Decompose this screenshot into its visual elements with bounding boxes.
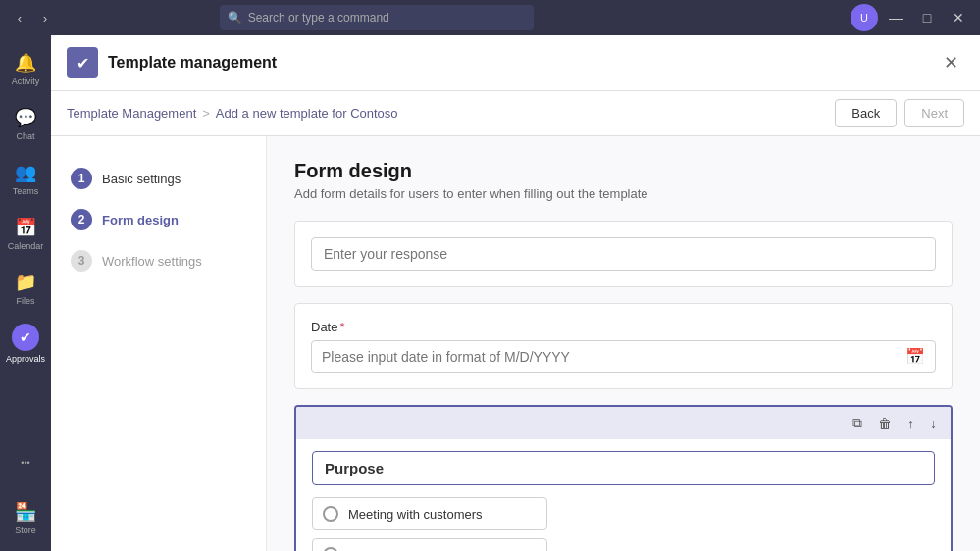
content-area: 1 Basic settings 2 Form design 3 Workflo…	[51, 136, 980, 551]
titlebar: ‹ › 🔍 U — □ ✕	[0, 0, 980, 35]
step-1-label: Basic settings	[102, 172, 181, 186]
sidebar-item-activity[interactable]: 🔔 Activity	[4, 43, 47, 94]
store-icon: 🏪	[15, 501, 36, 523]
move-down-button[interactable]: ↓	[924, 411, 943, 435]
radio-circle-1[interactable]	[323, 506, 338, 522]
copy-button[interactable]: ⧉	[847, 411, 868, 435]
calendar-picker-icon[interactable]: 📅	[905, 347, 925, 366]
step-2[interactable]: 2 Form design	[67, 201, 250, 238]
breadcrumb-current: Add a new template for Contoso	[216, 106, 398, 121]
sidebar-item-more[interactable]: •••	[4, 437, 47, 488]
form-area: Form design Add form details for users t…	[267, 136, 980, 551]
calendar-icon: 📅	[15, 217, 36, 238]
required-star: *	[339, 320, 344, 334]
maximize-button[interactable]: □	[913, 4, 941, 31]
panel-icon: ✔	[67, 47, 98, 78]
panel-title: Template management	[108, 54, 277, 72]
text-response-card	[294, 221, 953, 287]
panel: ✔ Template management ✕ Template Managem…	[51, 35, 980, 551]
titlebar-search-container: 🔍	[220, 5, 534, 30]
sidebar: 🔔 Activity 💬 Chat 👥 Teams 📅 Calendar 📁 F…	[0, 35, 51, 551]
chat-icon: 💬	[15, 107, 36, 128]
sidebar-item-label-calendar: Calendar	[8, 241, 44, 251]
radio-circle-2[interactable]	[323, 547, 338, 551]
search-icon: 🔍	[228, 11, 242, 25]
option-2: Market research	[312, 538, 547, 551]
titlebar-actions: U — □ ✕	[851, 4, 972, 31]
text-response-input[interactable]	[311, 237, 936, 271]
breadcrumb-actions: Back Next	[835, 99, 964, 127]
option-2-label: Market research	[348, 548, 440, 552]
teams-icon: 👥	[15, 162, 36, 183]
approvals-icon: ✔	[12, 324, 39, 351]
date-field-label: Date *	[311, 320, 936, 334]
delete-button[interactable]: 🗑	[872, 411, 898, 435]
step-3-label: Workflow settings	[102, 254, 202, 269]
search-input[interactable]	[248, 11, 526, 25]
sidebar-item-label-chat: Chat	[16, 131, 34, 141]
date-field-wrap: 📅	[311, 340, 936, 373]
step-2-circle: 2	[71, 209, 92, 230]
option-1: Meeting with customers	[312, 497, 547, 530]
breadcrumb-separator: >	[202, 106, 210, 121]
step-1[interactable]: 1 Basic settings	[67, 160, 250, 197]
form-section-title: Form design	[294, 160, 953, 182]
breadcrumb: Template Management > Add a new template…	[67, 106, 398, 121]
sidebar-item-label-approvals: Approvals	[6, 354, 45, 364]
back-button[interactable]: Back	[835, 99, 897, 127]
date-label-text: Date	[311, 320, 337, 334]
panel-header: ✔ Template management ✕	[51, 35, 980, 91]
step-1-circle: 1	[71, 168, 92, 189]
form-section-desc: Add form details for users to enter when…	[294, 186, 953, 201]
panel-close-button[interactable]: ✕	[937, 49, 964, 76]
date-input[interactable]	[322, 349, 898, 365]
steps-panel: 1 Basic settings 2 Form design 3 Workflo…	[51, 136, 267, 551]
move-up-button[interactable]: ↑	[902, 411, 920, 435]
sidebar-item-files[interactable]: 📁 Files	[4, 263, 47, 314]
purpose-body: Meeting with customers Market research ＋…	[296, 439, 951, 551]
minimize-button[interactable]: —	[882, 4, 909, 31]
step-3[interactable]: 3 Workflow settings	[67, 242, 250, 279]
step-2-label: Form design	[102, 213, 179, 227]
purpose-title-input[interactable]	[312, 451, 935, 485]
close-titlebar-button[interactable]: ✕	[945, 4, 972, 31]
sidebar-item-calendar[interactable]: 📅 Calendar	[4, 208, 47, 259]
sidebar-item-label-teams: Teams	[13, 186, 39, 196]
titlebar-nav: ‹ ›	[8, 6, 57, 29]
option-1-label: Meeting with customers	[348, 507, 483, 522]
sidebar-item-teams[interactable]: 👥 Teams	[4, 153, 47, 204]
forward-button[interactable]: ›	[33, 6, 57, 29]
date-card: Date * 📅	[294, 303, 953, 389]
activity-icon: 🔔	[15, 52, 36, 74]
sidebar-item-store[interactable]: 🏪 Store	[4, 492, 47, 543]
sidebar-item-approvals[interactable]: ✔ Approvals	[4, 318, 47, 369]
sidebar-item-label-activity: Activity	[12, 76, 40, 86]
sidebar-item-label-files: Files	[16, 296, 34, 306]
more-icon: •••	[21, 458, 29, 468]
next-button[interactable]: Next	[904, 99, 964, 127]
files-icon: 📁	[15, 272, 36, 293]
sidebar-item-label-store: Store	[15, 526, 36, 535]
breadcrumb-root[interactable]: Template Management	[67, 106, 196, 121]
back-button[interactable]: ‹	[8, 6, 31, 29]
step-3-circle: 3	[71, 250, 92, 272]
purpose-toolbar: ⧉ 🗑 ↑ ↓	[296, 407, 951, 439]
purpose-card: ⧉ 🗑 ↑ ↓ Meeting with customers	[294, 405, 953, 551]
avatar[interactable]: U	[851, 4, 878, 31]
sidebar-item-chat[interactable]: 💬 Chat	[4, 98, 47, 149]
breadcrumb-bar: Template Management > Add a new template…	[51, 91, 980, 136]
